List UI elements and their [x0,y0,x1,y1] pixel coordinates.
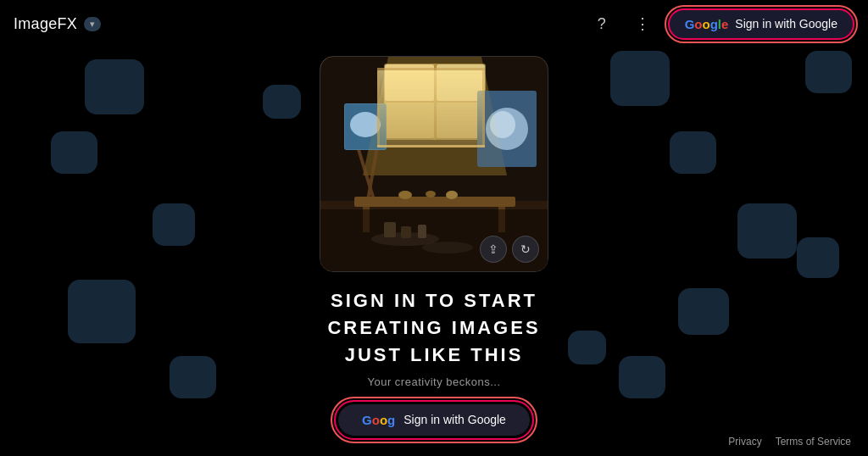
decorative-square [678,288,729,335]
decorative-square [737,203,797,259]
svg-rect-6 [385,64,434,101]
decorative-square [805,51,852,93]
help-icon: ? [598,15,606,33]
svg-rect-3 [384,64,486,140]
decorative-square [670,131,716,174]
svg-rect-9 [437,103,485,138]
image-card-actions: ⇪ ↻ [480,236,539,263]
help-button[interactable]: ? [587,8,617,39]
sign-in-header-label: Sign in with Google [735,17,837,31]
cta-title: SIGN IN TO START CREATING IMAGES JUST LI… [327,287,540,369]
sign-in-center-button[interactable]: Goog Sign in with Google [338,404,530,436]
more-options-button[interactable]: ⋮ [627,8,658,39]
app-badge: ▾ [84,17,101,31]
logo-area: ImageFX ▾ [14,15,101,33]
svg-rect-8 [385,103,434,138]
sign-in-header-button[interactable]: Google Sign in with Google [668,8,854,40]
decorative-square [263,85,301,119]
sign-in-center-label: Sign in with Google [403,413,506,426]
google-multicolor-logo: Goog [362,413,395,427]
sign-in-center-wrapper: Goog Sign in with Google [334,400,534,440]
share-icon: ⇪ [488,242,498,256]
decorative-square [797,237,839,278]
header: ImageFX ▾ ? ⋮ Google Sign in with Google [0,0,868,47]
terms-link[interactable]: Terms of Service [776,436,851,448]
preview-image-card: ⇪ ↻ [320,56,548,272]
decorative-square [619,356,665,398]
svg-rect-15 [354,197,515,207]
refresh-icon: ↻ [520,242,531,256]
svg-point-20 [446,191,458,199]
decorative-square [153,203,195,246]
cta-line1: SIGN IN TO START [327,287,540,314]
header-right: ? ⋮ Google Sign in with Google [587,8,854,40]
decorative-square [170,356,216,398]
decorative-square [68,280,136,343]
cta-line3: JUST LIKE THIS [327,342,540,369]
decorative-square [610,51,670,106]
svg-rect-7 [437,64,485,101]
refresh-button[interactable]: ↻ [512,236,539,263]
google-logo-icon: Google [685,17,729,31]
privacy-link[interactable]: Privacy [728,436,761,448]
share-button[interactable]: ⇪ [480,236,507,263]
svg-marker-29 [363,57,507,175]
cta-text-block: SIGN IN TO START CREATING IMAGES JUST LI… [327,287,540,388]
more-icon: ⋮ [635,14,650,33]
decorative-square [85,59,144,114]
svg-point-18 [398,191,412,199]
cta-line2: CREATING IMAGES [327,314,540,342]
cta-subtitle: Your creativity beckons... [327,375,540,388]
decorative-square [568,331,606,364]
decorative-square [51,131,97,174]
footer: Privacy Terms of Service [728,436,851,448]
app-name: ImageFX [14,15,77,33]
svg-point-19 [426,191,436,197]
